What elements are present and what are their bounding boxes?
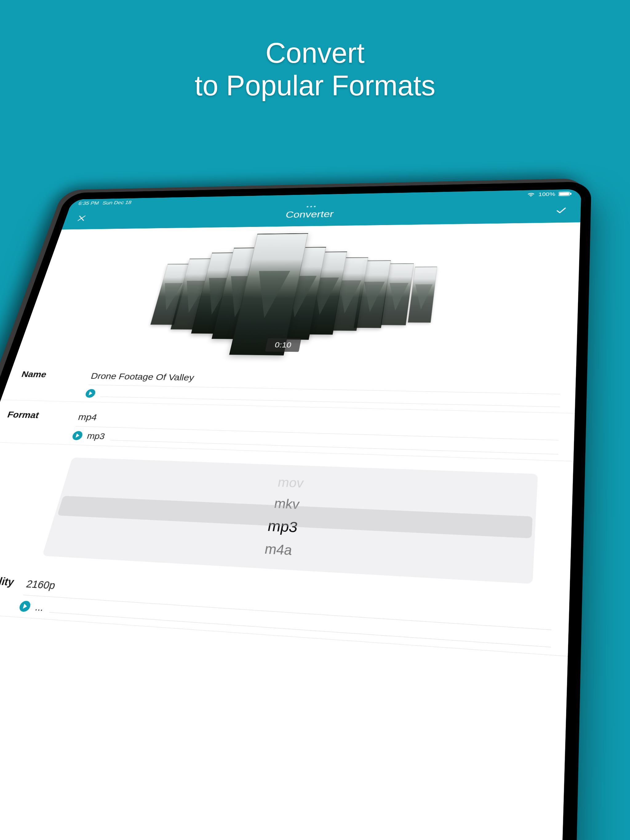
screen: 6:35 PM Sun Dec 18 100% — [0, 189, 581, 840]
close-button[interactable] — [73, 213, 90, 224]
page-title: Converter — [285, 209, 334, 220]
status-battery-percent: 100% — [538, 191, 556, 197]
wifi-icon — [527, 192, 535, 197]
confirm-button[interactable] — [553, 204, 570, 216]
marketing-headline: Convert to Popular Formats — [195, 37, 435, 102]
device-frame: 6:35 PM Sun Dec 18 100% — [0, 182, 592, 840]
play-icon[interactable] — [85, 389, 97, 398]
video-quality-target-value[interactable]: ... — [34, 601, 46, 613]
play-icon[interactable] — [71, 431, 84, 440]
battery-icon — [559, 191, 572, 196]
play-icon[interactable] — [18, 600, 32, 612]
timestamp-badge: 0:10 — [265, 338, 301, 352]
format-target-value[interactable]: mp3 — [86, 431, 106, 441]
svg-rect-1 — [559, 192, 570, 195]
video-preview-filmstrip[interactable]: 0:10 — [15, 222, 580, 369]
underline — [110, 440, 558, 455]
format-label: Format — [6, 408, 81, 421]
svg-rect-2 — [570, 193, 571, 195]
video-quality-label: Video Quality — [0, 571, 29, 589]
multitask-dots-icon — [306, 206, 316, 207]
status-date: Sun Dec 18 — [102, 200, 132, 206]
format-picker[interactable]: mov mkv mp3 m4a — [42, 458, 538, 584]
name-label: Name — [20, 368, 93, 381]
status-time: 6:35 PM — [78, 201, 100, 206]
